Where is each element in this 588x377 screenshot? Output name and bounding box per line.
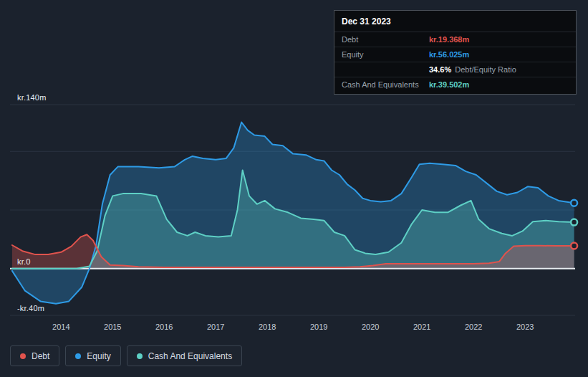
- tooltip-row-cash: Cash And Equivalents kr.39.502m: [334, 77, 576, 94]
- debt-equity-history-chart[interactable]: [10, 105, 575, 315]
- x-axis-label-2014: 2014: [52, 323, 69, 331]
- legend-item-debt[interactable]: Debt: [10, 345, 59, 366]
- x-axis-label-2020: 2020: [362, 323, 379, 331]
- legend-label-cash: Cash And Equivalents: [148, 351, 232, 361]
- legend-item-equity[interactable]: Equity: [65, 345, 120, 366]
- x-axis-label-2023: 2023: [516, 323, 534, 331]
- equity-value: kr.56.025m: [429, 50, 469, 59]
- x-axis-label-2017: 2017: [207, 323, 224, 331]
- y-axis-label: -kr.40m: [17, 304, 44, 312]
- x-axis-label-2021: 2021: [413, 323, 430, 331]
- equity-dot-icon: [75, 353, 81, 359]
- x-axis-label-2015: 2015: [104, 323, 121, 331]
- x-axis-label-2018: 2018: [259, 323, 276, 331]
- x-axis-label-2022: 2022: [465, 323, 482, 331]
- date-tooltip: Dec 31 2023 Debt kr.19.368m Equity kr.56…: [334, 10, 577, 95]
- debt-equity-ratio: 34.6%Debt/Equity Ratio: [429, 65, 516, 74]
- ratio-percent: 34.6%: [429, 65, 451, 74]
- tooltip-date: Dec 31 2023: [334, 11, 576, 32]
- x-axis-label-2016: 2016: [155, 323, 173, 331]
- debt-value: kr.19.368m: [429, 35, 469, 44]
- equity-area: [12, 123, 574, 304]
- tooltip-row-ratio: 34.6%Debt/Equity Ratio: [334, 62, 576, 77]
- debt-dot-icon: [20, 353, 26, 359]
- legend-label-equity: Equity: [87, 351, 110, 361]
- cash-label: Cash And Equivalents: [342, 80, 429, 89]
- cash-value: kr.39.502m: [429, 80, 469, 89]
- y-axis-label: kr.140m: [17, 93, 47, 102]
- legend-label-debt: Debt: [32, 351, 49, 361]
- legend: Debt Equity Cash And Equivalents: [10, 345, 242, 366]
- y-axis-label: kr.0: [17, 257, 31, 266]
- tooltip-row-debt: Debt kr.19.368m: [334, 32, 576, 47]
- ratio-text: Debt/Equity Ratio: [455, 65, 516, 74]
- cash-end-marker[interactable]: [571, 219, 577, 226]
- legend-item-cash[interactable]: Cash And Equivalents: [127, 345, 242, 366]
- x-axis-label-2019: 2019: [310, 323, 327, 331]
- equity-label: Equity: [342, 50, 429, 59]
- cash-dot-icon: [137, 353, 143, 359]
- debt-end-marker[interactable]: [571, 243, 577, 249]
- debt-equity-history-panel: { "colors": { "background": "#1b222d", "…: [0, 0, 588, 377]
- equity-end-marker[interactable]: [571, 200, 577, 206]
- debt-label: Debt: [342, 35, 429, 44]
- tooltip-row-equity: Equity kr.56.025m: [334, 47, 576, 62]
